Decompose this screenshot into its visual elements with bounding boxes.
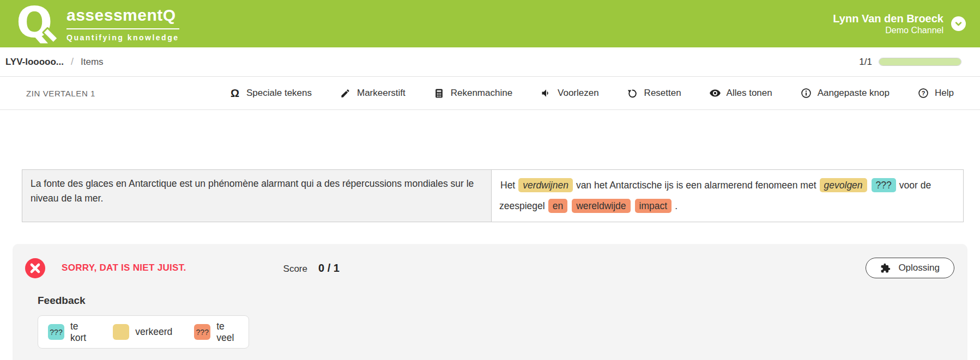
q-logo-letter: Q — [16, 0, 52, 47]
highlighter-button[interactable]: Markeerstift — [340, 87, 406, 99]
answer-word-extra: en — [548, 199, 567, 213]
answer-word-wrong: verdwijnen — [518, 178, 573, 192]
error-icon — [25, 258, 45, 278]
svg-text:?: ? — [922, 90, 925, 96]
feedback-panel: SORRY, DAT IS NIET JUIST. Score 0 / 1 Op… — [13, 244, 967, 360]
solution-button-label: Oplossing — [898, 263, 940, 273]
toolbar-buttons: Ω Speciale tekens Markeerstift — [229, 87, 954, 99]
progress: 1/1 — [859, 57, 961, 68]
breadcrumb-separator: / — [71, 56, 74, 68]
answer-sentence[interactable]: Hetverdwijnenvan het Antarctische ijs is… — [492, 170, 963, 222]
button-label: Markeerstift — [357, 88, 406, 99]
answer-word-wrong: gevolgen — [820, 178, 867, 192]
eye-icon — [709, 87, 721, 99]
button-label: Alles tonen — [727, 88, 772, 99]
user-channel: Demo Channel — [833, 26, 943, 35]
special-characters-button[interactable]: Ω Speciale tekens — [229, 87, 312, 99]
source-sentence: La fonte des glaces en Antarctique est u… — [22, 170, 492, 222]
feedback-heading: Feedback — [38, 295, 954, 307]
answer-word-extra: wereldwijde — [572, 199, 630, 213]
legend-chip-missing: ??? — [48, 324, 64, 340]
legend-label: verkeerd — [135, 326, 172, 338]
progress-bar-fill — [879, 58, 961, 65]
solution-button[interactable]: Oplossing — [866, 258, 954, 278]
answer-word: Het — [500, 180, 515, 191]
legend-item-wrong: verkeerd — [113, 324, 172, 340]
breadcrumb-assignment[interactable]: LYV-looooo... — [5, 57, 64, 68]
legend-item-extra: ??? te veel — [194, 321, 239, 344]
omega-icon: Ω — [229, 87, 241, 99]
q-logo-icon: Q — [16, 3, 56, 45]
button-label: Help — [935, 88, 954, 99]
custom-button[interactable]: Aangepaste knop — [800, 87, 890, 99]
user-dropdown-button[interactable] — [951, 16, 966, 31]
calculator-button[interactable]: Rekenmachine — [433, 87, 512, 99]
score-label: Score — [283, 264, 307, 274]
button-label: Resetten — [644, 88, 681, 99]
status-message: SORRY, DAT IS NIET JUIST. — [62, 263, 186, 273]
score: Score 0 / 1 — [283, 262, 340, 274]
user-info: Lynn Van den Broeck Demo Channel — [833, 12, 943, 35]
button-label: Aangepaste knop — [818, 88, 890, 99]
user-name: Lynn Van den Broeck — [833, 12, 943, 26]
brand-wordmark: assessmentQ Quantifying knowledge — [66, 6, 179, 42]
show-all-button[interactable]: Alles tonen — [709, 87, 772, 99]
breadcrumb: LYV-looooo... / Items — [5, 56, 104, 68]
legend-chip-wrong — [113, 324, 129, 340]
answer-word: van het Antarctische ijs is een alarmere… — [576, 180, 816, 191]
speaker-icon — [540, 87, 552, 99]
item-toolbar: ZIN VERTALEN 1 Ω Speciale tekens Markeer… — [0, 76, 980, 110]
puzzle-icon — [880, 263, 891, 273]
question-area: La fonte des glaces en Antarctique est u… — [22, 169, 964, 222]
button-label: Rekenmachine — [451, 88, 512, 99]
legend-label: te kort — [70, 321, 91, 344]
help-button[interactable]: ? Help — [917, 87, 954, 99]
progress-bar — [879, 58, 961, 66]
reset-button[interactable]: Resetten — [627, 87, 681, 99]
button-label: Voorlezen — [558, 88, 599, 99]
calculator-icon — [433, 87, 445, 99]
brand-name: assessmentQ — [66, 6, 179, 29]
status-row: SORRY, DAT IS NIET JUIST. Score 0 / 1 Op… — [25, 258, 954, 278]
progress-label: 1/1 — [859, 57, 872, 68]
app-header: Q assessmentQ Quantifying knowledge Lynn… — [0, 0, 980, 47]
chevron-down-icon — [954, 20, 963, 28]
item-title: ZIN VERTALEN 1 — [26, 89, 229, 98]
answer-word-missing: ??? — [872, 178, 896, 192]
read-aloud-button[interactable]: Voorlezen — [540, 87, 599, 99]
breadcrumb-bar: LYV-looooo... / Items 1/1 — [0, 47, 980, 76]
button-label: Speciale tekens — [246, 88, 312, 99]
user-menu[interactable]: Lynn Van den Broeck Demo Channel — [833, 12, 966, 35]
answer-punctuation: . — [675, 200, 677, 211]
info-icon — [800, 87, 812, 99]
reset-icon — [627, 87, 639, 99]
feedback-legend: ??? te kort verkeerd ??? te veel — [38, 315, 249, 349]
legend-item-missing: ??? te kort — [48, 321, 91, 344]
help-icon: ? — [917, 87, 929, 99]
marker-icon — [340, 87, 352, 99]
answer-word-extra: impact — [635, 199, 672, 213]
legend-label: te veel — [216, 321, 239, 344]
score-value: 0 / 1 — [318, 262, 340, 274]
breadcrumb-items: Items — [81, 57, 104, 68]
legend-chip-extra: ??? — [194, 324, 210, 340]
brand-tagline: Quantifying knowledge — [66, 33, 179, 42]
brand-logo: Q assessmentQ Quantifying knowledge — [16, 3, 179, 45]
